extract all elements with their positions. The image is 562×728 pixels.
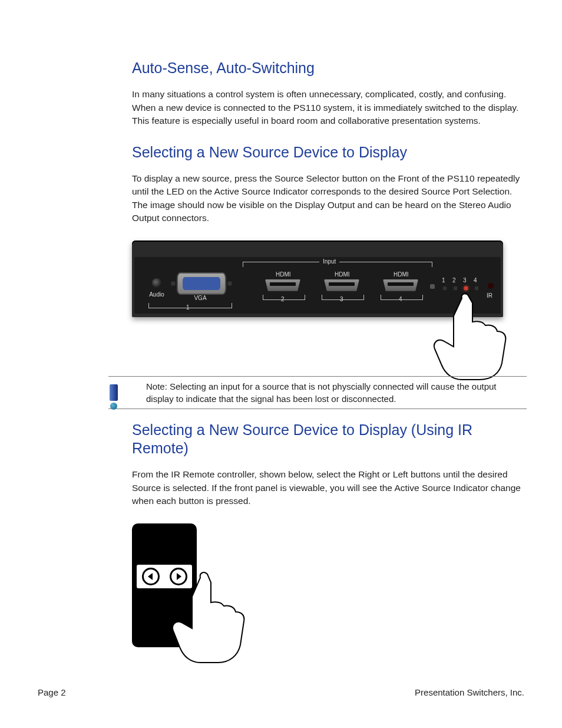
port3-number: 3	[340, 296, 343, 302]
page-number: Page 2	[38, 687, 66, 697]
heading-autosense: Auto-Sense, Auto-Switching	[132, 59, 527, 77]
hdmi-port-4	[383, 279, 418, 291]
led1-number: 1	[442, 277, 445, 284]
heading-select-source: Selecting a New Source Device to Display	[132, 143, 527, 162]
led-1	[443, 286, 447, 290]
para-select-source: To display a new source, press the Sourc…	[132, 172, 527, 225]
port1-bracket	[148, 303, 232, 308]
audio-jack	[152, 278, 161, 288]
heading-select-source-ir: Selecting a New Source Device to Display…	[132, 421, 527, 458]
triangle-left-icon	[148, 573, 154, 580]
hdmi2-label: HDMI	[276, 271, 291, 278]
para-autosense: In many situations a control system is o…	[132, 88, 527, 127]
device-front-panel-figure: Input Audio VGA 1 HDMI 2 HDMI 3	[132, 241, 509, 370]
input-group-label: Input	[319, 258, 339, 265]
hdmi-port-2	[265, 279, 300, 291]
led3-number: 3	[463, 277, 467, 284]
company-name: Presentation Switchers, Inc.	[415, 687, 524, 697]
vga-label: VGA	[191, 295, 210, 301]
audio-label: Audio	[146, 291, 167, 298]
page-footer: Page 2 Presentation Switchers, Inc.	[38, 687, 524, 697]
led-2	[454, 286, 457, 290]
led-4	[475, 286, 478, 290]
info-icon	[108, 384, 119, 408]
source-selector-button	[430, 284, 435, 289]
content-column: Auto-Sense, Auto-Switching In many situa…	[132, 59, 527, 659]
led-3-active	[464, 286, 468, 290]
ir-receiver	[488, 283, 494, 289]
svg-marker-0	[148, 573, 153, 580]
hdmi-port-3	[324, 279, 359, 291]
para-select-source-ir: From the IR Remote controller, shown bel…	[132, 468, 527, 508]
vga-port	[177, 272, 226, 295]
ir-remote-figure	[132, 523, 250, 659]
remote-left-button	[142, 568, 160, 585]
page: Auto-Sense, Auto-Switching In many situa…	[0, 0, 562, 728]
pointing-hand-icon	[427, 292, 527, 381]
led2-number: 2	[452, 277, 456, 284]
note-block: Note: Selecting an input for a source th…	[108, 376, 527, 409]
port1-number: 1	[186, 304, 190, 311]
pointing-hand-icon	[167, 571, 267, 665]
port2-number: 2	[281, 296, 285, 302]
hdmi3-label: HDMI	[335, 271, 350, 278]
led4-number: 4	[474, 277, 477, 284]
note-text: Note: Selecting an input for a source th…	[108, 377, 527, 409]
port4-number: 4	[399, 296, 402, 302]
hdmi4-label: HDMI	[394, 271, 409, 278]
